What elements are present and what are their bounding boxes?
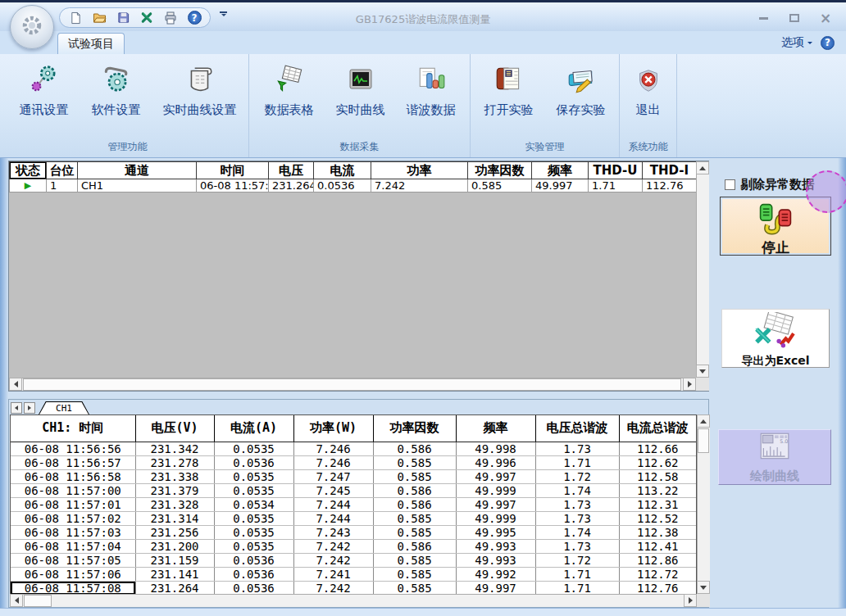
checkbox-label: 剔除异常数据: [740, 177, 814, 192]
table-cell: 112.66: [619, 442, 696, 455]
save-experiment-button[interactable]: 保存实验: [545, 61, 617, 118]
minimize-button[interactable]: [753, 11, 774, 25]
application-menu-button[interactable]: [10, 5, 54, 49]
table-row[interactable]: 06-08 11:57:03231.2560.05357.2430.58549.…: [11, 525, 696, 539]
chevron-down-icon: [807, 42, 812, 44]
table-cell: 49.999: [456, 483, 535, 497]
lower-vertical-scrollbar[interactable]: [697, 414, 710, 594]
scroll-left-button[interactable]: [9, 378, 22, 391]
column-header[interactable]: 电压总谐波: [535, 415, 619, 442]
customize-qat-icon[interactable]: [220, 11, 227, 16]
close-button[interactable]: ×: [815, 11, 836, 25]
table-cell: 06-08 11:56:56: [11, 442, 135, 455]
table-cell: 0.0535: [214, 511, 293, 525]
scroll-right-button[interactable]: [684, 594, 697, 607]
table-row[interactable]: 06-08 11:57:05231.1590.05367.2420.58549.…: [11, 553, 696, 567]
table-row[interactable]: 06-08 11:57:02231.3140.05357.2440.58549.…: [11, 511, 696, 525]
tab-label: 试验项目: [68, 37, 114, 52]
realtime-curve-button[interactable]: 实时曲线: [325, 61, 396, 118]
open-experiment-button[interactable]: 打开实验: [473, 61, 545, 118]
harmonic-data-button[interactable]: 谐波数据: [396, 61, 466, 118]
column-header[interactable]: THD-I: [643, 162, 697, 179]
scrollbar-thumb[interactable]: [24, 595, 52, 607]
gear-logo-icon: [20, 13, 44, 41]
table-cell: 49.993: [456, 539, 535, 553]
upper-horizontal-scrollbar[interactable]: [9, 378, 696, 391]
column-header[interactable]: 电流总谐波: [619, 415, 696, 442]
window-frame-right: [838, 158, 846, 608]
draw-curve-button[interactable]: 5.0 绘制曲线: [718, 429, 831, 485]
exit-button[interactable]: 退出: [624, 61, 673, 118]
tab-test-project[interactable]: 试验项目: [57, 33, 125, 54]
print-icon[interactable]: [163, 11, 178, 25]
table-row[interactable]: 06-08 11:56:58231.3380.05357.2470.58549.…: [11, 469, 696, 483]
scroll-up-button[interactable]: [697, 414, 710, 428]
scroll-down-button[interactable]: [696, 365, 709, 378]
stop-connectors-icon: [754, 201, 797, 240]
save-icon[interactable]: [116, 11, 130, 25]
column-header[interactable]: CH1: 时间: [11, 415, 135, 442]
column-header[interactable]: 状态: [10, 162, 47, 179]
upper-vertical-scrollbar[interactable]: [696, 161, 709, 378]
table-cell: 0.0534: [214, 497, 293, 511]
table-row[interactable]: 06-08 11:57:00231.3790.05357.2450.58649.…: [11, 483, 696, 497]
column-header[interactable]: 频率: [456, 415, 535, 442]
upper-table: 状态台位通道时间电压电流功率功率因数频率THD-UTHD-I ▶1CH106-0…: [9, 161, 696, 192]
sheet-prev-button[interactable]: [11, 402, 22, 414]
table-row[interactable]: 06-08 11:57:04231.2000.05357.2420.58649.…: [11, 539, 696, 553]
column-header[interactable]: 功率因数: [468, 162, 532, 179]
table-cell: 1.71: [535, 567, 619, 581]
new-document-icon[interactable]: [68, 11, 83, 25]
table-cell: 112.38: [619, 525, 696, 539]
software-settings-button[interactable]: 软件设置: [80, 61, 152, 118]
table-row[interactable]: 06-08 11:56:57231.2780.05367.2460.58549.…: [11, 455, 696, 469]
table-row[interactable]: 06-08 11:57:08231.2640.05367.2420.58549.…: [11, 581, 696, 595]
column-header[interactable]: 电流: [314, 162, 371, 179]
lower-horizontal-scrollbar[interactable]: [10, 594, 697, 607]
maximize-button[interactable]: [784, 11, 805, 25]
table-cell: 06-08 11:57:04: [11, 539, 135, 553]
exclude-abnormal-checkbox[interactable]: [725, 179, 735, 190]
scroll-left-button[interactable]: [10, 594, 23, 607]
table-cell: ▶: [10, 179, 47, 192]
data-table-button[interactable]: 数据表格: [253, 61, 325, 118]
help-icon[interactable]: ?: [187, 11, 202, 25]
table-cell: 7.247: [293, 469, 373, 483]
column-header[interactable]: 功率因数: [373, 415, 456, 442]
ribbon-group-system: 退出 系统功能: [620, 54, 677, 157]
column-header[interactable]: 电流(A): [214, 415, 293, 442]
scrollbar-thumb[interactable]: [23, 378, 681, 391]
sheet-next-button[interactable]: [24, 402, 35, 414]
comm-settings-button[interactable]: 通讯设置: [8, 61, 80, 118]
sheet-tab-ch1[interactable]: CH1: [39, 401, 89, 414]
draw-curve-label: 绘制曲线: [750, 469, 799, 484]
scrollbar-thumb[interactable]: [698, 428, 709, 453]
column-header[interactable]: 台位: [47, 162, 78, 179]
column-header[interactable]: 时间: [197, 162, 269, 179]
column-header[interactable]: 电压: [269, 162, 314, 179]
table-cell: 7.242: [371, 179, 468, 192]
scroll-up-button[interactable]: [696, 161, 709, 174]
open-folder-icon[interactable]: [92, 11, 107, 25]
table-row[interactable]: 06-08 11:56:56231.3420.05357.2460.58649.…: [11, 442, 696, 455]
column-header[interactable]: 频率: [532, 162, 589, 179]
table-row[interactable]: 06-08 11:57:06231.1410.05367.2410.58549.…: [11, 567, 696, 581]
help-icon[interactable]: ?: [821, 36, 835, 50]
column-header[interactable]: 功率(W): [293, 415, 373, 442]
column-header[interactable]: 通道: [78, 162, 197, 179]
arrow-left-icon: [15, 597, 19, 604]
column-header[interactable]: 功率: [371, 162, 468, 179]
export-excel-button[interactable]: 导出为Excel: [721, 309, 830, 368]
realtime-curve-settings-button[interactable]: 实时曲线设置: [152, 61, 248, 118]
excel-icon[interactable]: [139, 11, 154, 25]
table-row[interactable]: 06-08 11:57:01231.3280.05347.2440.58649.…: [11, 497, 696, 511]
table-row[interactable]: ▶1CH106-08 11:57:08231.2640.05367.2420.5…: [10, 179, 697, 192]
exclude-abnormal-data-option[interactable]: 剔除异常数据: [725, 177, 814, 192]
options-dropdown[interactable]: 选项: [781, 35, 812, 50]
column-header[interactable]: 电压(V): [135, 415, 214, 442]
scroll-down-button[interactable]: [697, 581, 710, 594]
scroll-right-button[interactable]: [683, 378, 696, 391]
draw-curve-icon: 5.0: [757, 431, 792, 465]
table-cell: 0.586: [373, 497, 456, 511]
column-header[interactable]: THD-U: [589, 162, 643, 179]
